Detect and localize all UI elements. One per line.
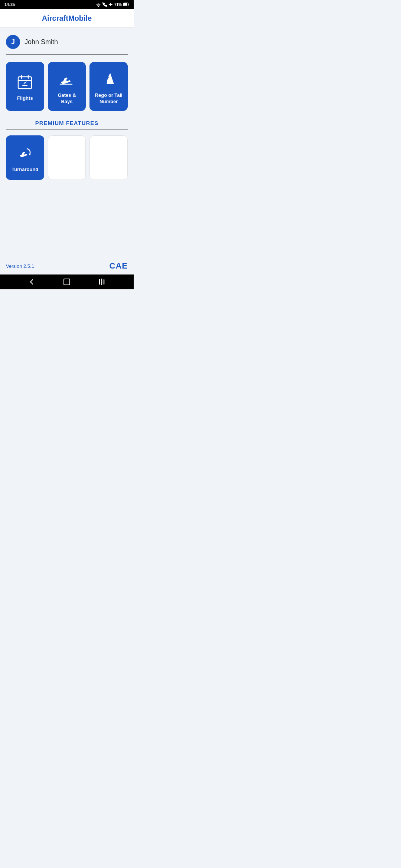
turnaround-icon [15,144,35,163]
flights-icon [15,72,35,92]
svg-rect-8 [64,279,70,285]
phone-icon [102,2,107,7]
premium-section: PREMIUM FEATURES Turnaround [6,120,128,180]
battery-icon [123,3,129,6]
turnaround-card[interactable]: Turnaround [6,135,44,180]
premium-card-3[interactable] [89,135,128,180]
feature-grid: Flights Gates & Bays Rego [6,62,128,111]
gates-bays-icon [57,69,76,89]
rego-tail-card[interactable]: Rego or Tail Number [89,62,128,111]
user-section: J John Smith [6,35,128,55]
premium-header: PREMIUM FEATURES [6,120,128,129]
battery-level: 71% [114,3,122,7]
status-time: 14:25 [4,2,15,7]
home-button[interactable] [59,276,75,287]
wifi-icon [96,2,101,7]
main-content: J John Smith Flights [0,27,134,257]
airplane-mode-icon [108,2,113,7]
flights-card[interactable]: Flights [6,62,44,111]
rego-tail-icon [99,69,118,89]
app-header: AircraftMobile [0,9,134,27]
user-name: John Smith [25,38,58,46]
gates-bays-card[interactable]: Gates & Bays [48,62,86,111]
gates-bays-label: Gates & Bays [52,92,82,105]
app-footer: Version 2.5.1 CAE [0,257,134,274]
premium-grid: Turnaround [6,135,128,180]
status-icons: 71% [96,2,129,7]
version-text: Version 2.5.1 [6,263,34,269]
premium-title: PREMIUM FEATURES [6,120,128,129]
back-button[interactable] [25,276,39,288]
app-title: AircraftMobile [42,14,92,22]
recent-apps-button[interactable] [94,276,109,287]
cae-logo: CAE [110,261,128,271]
rego-tail-label: Rego or Tail Number [93,92,124,105]
nav-bar [0,274,134,289]
svg-rect-1 [124,3,127,6]
flights-label: Flights [17,95,33,102]
avatar: J [6,35,20,49]
premium-card-2[interactable] [48,135,86,180]
turnaround-label: Turnaround [12,167,38,173]
status-bar: 14:25 71% [0,0,134,9]
